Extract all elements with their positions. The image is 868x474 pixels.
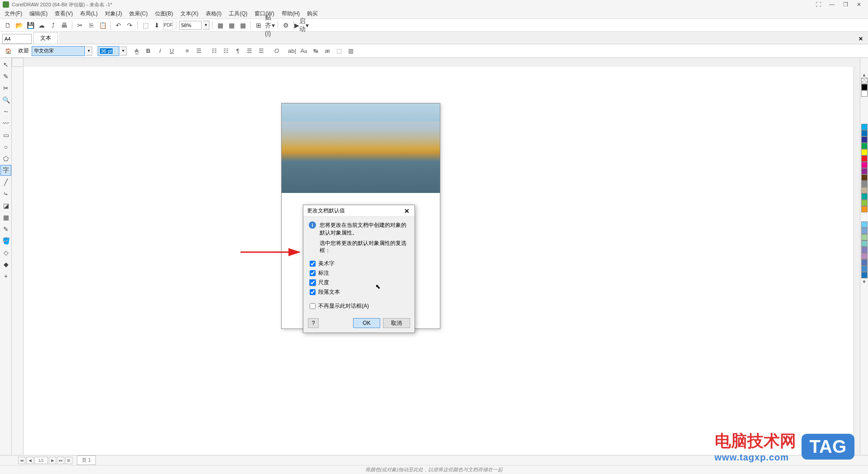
fullscreen-button[interactable]: ▦ <box>215 20 225 30</box>
welcome-label[interactable]: 欢迎 <box>16 47 31 55</box>
help-button[interactable]: ? <box>308 318 319 328</box>
placed-image[interactable] <box>282 103 440 193</box>
maximize-button[interactable]: ❐ <box>839 0 852 9</box>
preview-button[interactable]: ▦ <box>226 20 236 30</box>
color-swatch[interactable] <box>861 234 868 240</box>
palette-down[interactable]: ▼ <box>861 278 868 285</box>
cut-button[interactable]: ✂ <box>75 20 85 30</box>
tab-text[interactable]: 文本 <box>33 32 58 44</box>
pick-tool[interactable]: ↖ <box>0 59 11 70</box>
outline-tool[interactable]: ◇ <box>0 247 11 258</box>
menu-table[interactable]: 表格(I) <box>202 9 225 19</box>
menu-effects[interactable]: 效果(C) <box>126 9 151 19</box>
color-swatch[interactable] <box>861 168 868 174</box>
menu-bitmap[interactable]: 位图(B) <box>151 9 177 19</box>
align-button[interactable]: ≡ <box>182 46 193 56</box>
save-button[interactable]: 💾 <box>25 20 35 30</box>
print-button[interactable]: 🖶 <box>59 20 69 30</box>
palette-up[interactable]: ▲ <box>861 71 868 78</box>
menu-layout[interactable]: 布局(L) <box>76 9 101 19</box>
checkbox-paragraph[interactable] <box>310 289 316 295</box>
color-swatch[interactable] <box>861 90 868 97</box>
cloud-down-icon[interactable]: ☁ <box>37 20 47 30</box>
columns-button[interactable]: ▥ <box>345 46 356 56</box>
add-tool[interactable]: + <box>0 271 11 282</box>
font-size-combo[interactable]: 36 pt <box>98 46 119 56</box>
indent-inc-button[interactable]: ☰ <box>244 46 255 56</box>
snap-button[interactable]: 贴齐(I) ▾ <box>265 20 275 30</box>
color-swatch[interactable] <box>861 266 868 272</box>
color-swatch[interactable] <box>861 84 868 90</box>
menu-text[interactable]: 文本(X) <box>177 9 202 19</box>
color-swatch[interactable] <box>861 136 868 143</box>
dialog-close-button[interactable]: ✕ <box>403 207 411 215</box>
color-swatch[interactable] <box>861 155 868 162</box>
connector-tool[interactable]: ⤷ <box>0 188 11 199</box>
ligature-button[interactable]: æ <box>322 46 333 56</box>
size-dropdown[interactable]: ▼ <box>120 47 127 56</box>
add-page-button[interactable]: ⊞ <box>65 457 72 464</box>
zoom-tool[interactable]: 🔍 <box>0 94 11 105</box>
menu-object[interactable]: 对象(J) <box>101 9 126 19</box>
kern-button[interactable]: ↹ <box>310 46 321 56</box>
launch-button[interactable]: ▶ 启动 ▾ <box>297 20 307 30</box>
color-swatch[interactable] <box>861 124 868 130</box>
undo-button[interactable]: ↶ <box>113 20 123 30</box>
color-swatch[interactable] <box>861 228 868 234</box>
color-swatch[interactable] <box>861 206 868 212</box>
color-swatch[interactable] <box>861 221 868 228</box>
ruler-button[interactable]: ⊞ <box>254 20 264 30</box>
ok-button[interactable]: OK <box>353 318 380 328</box>
checkbox-callout[interactable] <box>310 270 316 276</box>
page-number[interactable]: 1 / 1 <box>34 457 48 464</box>
color-swatch[interactable] <box>861 143 868 149</box>
redo-button[interactable]: ↷ <box>125 20 135 30</box>
text-direction-button[interactable]: O <box>271 46 282 56</box>
eyedropper-tool[interactable]: ✎ <box>0 224 11 235</box>
paste-button[interactable]: 📋 <box>98 20 108 30</box>
color-swatch[interactable] <box>861 247 868 253</box>
copy-button[interactable]: ⎘ <box>86 20 96 30</box>
checkbox-noshow[interactable] <box>310 303 316 309</box>
italic-button[interactable]: I <box>155 46 165 56</box>
font-name-combo[interactable]: 华文仿宋 <box>32 46 85 56</box>
color-swatch[interactable] <box>861 174 868 181</box>
last-page-button[interactable]: ⏭ <box>57 457 64 464</box>
menu-edit[interactable]: 编辑(E) <box>26 9 51 19</box>
vertical-ruler[interactable] <box>12 67 24 455</box>
color-swatch[interactable] <box>861 200 868 206</box>
import-button[interactable]: ⬇ <box>152 20 162 30</box>
next-page-button[interactable]: ▶ <box>49 457 56 464</box>
canvas[interactable]: 更改文档默认值 ✕ i 您将更改在当前文档中创建的对象的默认对象属性。 选中您将… <box>24 67 854 455</box>
menu-file[interactable]: 文件(F) <box>1 9 26 19</box>
color-swatch[interactable] <box>861 187 868 193</box>
color-swatch[interactable] <box>861 130 868 136</box>
page-size-combo[interactable]: A4 <box>2 34 32 44</box>
minimize-button[interactable]: — <box>826 0 838 9</box>
color-swatch[interactable] <box>861 253 868 259</box>
zoom-dropdown[interactable]: ▼ <box>203 21 209 30</box>
options-button[interactable]: ⚙ <box>281 20 291 30</box>
menu-buy[interactable]: 购买 <box>303 9 321 19</box>
first-page-button[interactable]: ⏮ <box>18 457 25 464</box>
search-button[interactable]: ⬚ <box>141 20 151 30</box>
indent-dec-button[interactable]: ☰ <box>256 46 267 56</box>
home-icon[interactable]: 🏠 <box>3 46 14 56</box>
help-button[interactable]: ⛶ <box>812 0 825 9</box>
no-color-swatch[interactable] <box>861 78 868 84</box>
menu-window[interactable]: 窗口(W) <box>251 9 278 19</box>
underline-button[interactable]: U <box>166 46 177 56</box>
new-button[interactable]: 🗋 <box>3 20 13 30</box>
cloud-up-icon[interactable]: ⤴ <box>48 20 58 30</box>
parallel-tool[interactable]: ╱ <box>0 177 11 188</box>
menu-view[interactable]: 查看(V) <box>51 9 76 19</box>
bullet-list-button[interactable]: ☷ <box>209 46 220 56</box>
align-left-button[interactable]: ☰ <box>193 46 204 56</box>
char-format-button[interactable]: Aa <box>298 46 309 56</box>
color-swatch[interactable] <box>861 272 868 278</box>
zoom-input[interactable]: 58% <box>179 21 202 30</box>
pdf-button[interactable]: PDF <box>163 20 173 30</box>
checkbox-artistic[interactable] <box>310 261 316 267</box>
shape-tool[interactable]: ✎ <box>0 71 11 82</box>
color-swatch[interactable] <box>861 259 868 266</box>
